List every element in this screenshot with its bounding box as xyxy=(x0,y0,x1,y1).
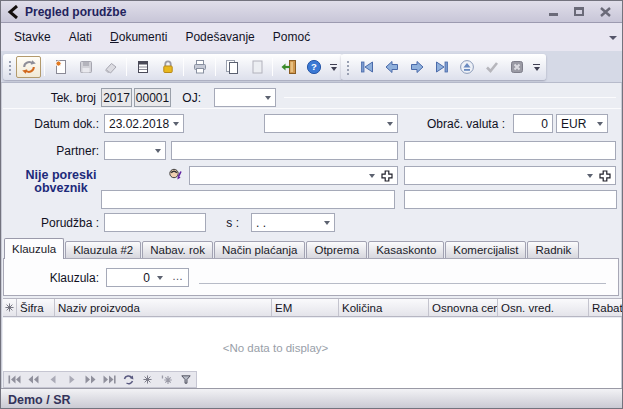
partner-name2-field[interactable] xyxy=(404,141,616,160)
chevron-down-icon[interactable] xyxy=(324,221,330,225)
last-record-button[interactable] xyxy=(429,56,454,78)
maximize-button[interactable] xyxy=(572,6,586,18)
column-header-osnovna-cena[interactable]: Osnovna cena xyxy=(429,299,498,316)
column-header-sifra[interactable]: Šifra xyxy=(17,299,55,316)
grid-append-button[interactable] xyxy=(139,373,156,386)
column-header-osn-vred[interactable]: Osn. vred. xyxy=(498,299,589,316)
eject-record-button[interactable] xyxy=(454,56,479,78)
next-record-button[interactable] xyxy=(404,56,429,78)
tab-klauzula[interactable]: Klauzula xyxy=(4,238,64,259)
partner-code-combobox[interactable] xyxy=(104,141,166,160)
tab-nacin-placanja[interactable]: Način plaćanja xyxy=(214,241,305,259)
toolbar-overflow-button[interactable] xyxy=(532,64,541,71)
menu-item-stavke[interactable]: Stavke xyxy=(5,25,60,49)
toolbar-band: ? xyxy=(1,51,622,83)
chevron-down-icon[interactable] xyxy=(587,174,593,178)
year-field[interactable]: 2017 xyxy=(101,88,132,107)
grid-prev-button[interactable] xyxy=(44,373,61,386)
title-bar[interactable]: Pregled porudžbe xyxy=(1,1,622,23)
column-header-em[interactable]: EM xyxy=(272,299,339,316)
exit-button[interactable] xyxy=(276,56,301,78)
lock-button[interactable] xyxy=(155,56,180,78)
first-record-button[interactable] xyxy=(354,56,379,78)
column-header-naziv[interactable]: Naziv proizvoda xyxy=(55,299,272,316)
tab-kasaskonto[interactable]: Kasaskonto xyxy=(368,241,444,259)
menu-item-pomoc[interactable]: Pomoć xyxy=(264,25,319,49)
chevron-down-icon[interactable] xyxy=(265,96,271,100)
s-date-combobox[interactable]: . . xyxy=(251,213,335,232)
paste-button[interactable] xyxy=(244,56,269,78)
refresh-button[interactable] xyxy=(16,56,41,78)
cancel-button[interactable] xyxy=(504,56,529,78)
minimize-button[interactable] xyxy=(546,6,560,18)
toolbar-overflow-button[interactable] xyxy=(329,64,338,71)
chevron-down-icon[interactable] xyxy=(597,122,603,126)
window-title: Pregled porudžbe xyxy=(25,5,126,19)
grid-last-button[interactable] xyxy=(101,373,118,386)
menu-overflow-button[interactable] xyxy=(609,30,617,44)
grid-refresh-button[interactable] xyxy=(120,373,137,386)
new-document-button[interactable] xyxy=(48,56,73,78)
save-icon xyxy=(78,59,94,75)
tab-nabav-rok[interactable]: Nabav. rok xyxy=(142,241,213,259)
column-header-kolicina[interactable]: Količina xyxy=(339,299,429,316)
tab-komercijalist[interactable]: Komercijalist xyxy=(445,241,526,259)
chevron-down-icon[interactable] xyxy=(369,174,375,178)
grid-next-button[interactable] xyxy=(63,373,80,386)
partner-label: Partner: xyxy=(11,144,99,160)
klauzula-combobox[interactable]: 0 … xyxy=(106,268,189,287)
klauzula-text-underline[interactable] xyxy=(199,283,606,284)
porudzba-field[interactable] xyxy=(104,213,206,232)
maximize-icon xyxy=(574,7,584,16)
contact-person-icon[interactable] xyxy=(168,167,184,186)
previous-record-button[interactable] xyxy=(379,56,404,78)
contact-combobox[interactable] xyxy=(189,166,398,185)
menu-item-podesavanje[interactable]: Podešavanje xyxy=(176,25,263,49)
grid-header: Šifra Naziv proizvoda EM Količina Osnovn… xyxy=(3,298,622,317)
close-icon xyxy=(600,7,611,17)
oj-label: OJ: xyxy=(179,91,201,107)
menu-item-dokumenti[interactable]: Dokumenti xyxy=(101,25,176,49)
grid-filter-button[interactable] xyxy=(177,373,194,386)
valuta-combobox[interactable]: EUR xyxy=(556,114,608,133)
confirm-button[interactable] xyxy=(479,56,504,78)
note1-field[interactable] xyxy=(101,190,395,209)
plus-icon xyxy=(599,170,611,182)
tab-radnik[interactable]: Radnik xyxy=(527,241,579,259)
app-icon xyxy=(7,5,19,19)
datum-combobox[interactable]: 23.02.2018 xyxy=(104,114,184,133)
items-table-button[interactable] xyxy=(130,56,155,78)
chevron-down-icon[interactable] xyxy=(387,122,393,126)
add-reference-button[interactable] xyxy=(599,170,611,185)
oj-combobox[interactable] xyxy=(214,88,276,107)
grid-prev-page-button[interactable] xyxy=(25,373,42,386)
close-button[interactable] xyxy=(598,6,612,18)
copy-button[interactable] xyxy=(219,56,244,78)
chevron-down-icon[interactable] xyxy=(157,276,163,280)
partner-name-field[interactable] xyxy=(171,141,398,160)
tab-otprema[interactable]: Otprema xyxy=(306,241,367,259)
toolbar-grip[interactable] xyxy=(346,59,350,75)
valuta-amount-field[interactable]: 0 xyxy=(513,114,553,133)
tab-klauzula-2[interactable]: Klauzula #2 xyxy=(65,241,141,259)
help-button[interactable]: ? xyxy=(301,56,326,78)
grid-next-page-button[interactable] xyxy=(82,373,99,386)
klauzula-browse-button[interactable]: … xyxy=(172,270,184,282)
add-contact-button[interactable] xyxy=(381,170,393,185)
document-type-combobox[interactable] xyxy=(264,114,398,133)
table-icon xyxy=(135,59,151,75)
menu-item-alati[interactable]: Alati xyxy=(60,25,101,49)
toolbar-grip[interactable] xyxy=(8,59,12,75)
erase-button[interactable] xyxy=(98,56,123,78)
grid-first-button[interactable] xyxy=(6,373,23,386)
chevron-down-icon[interactable] xyxy=(155,149,161,153)
document-number-field[interactable]: 00001 xyxy=(134,88,171,107)
reference-combobox[interactable] xyxy=(404,166,616,185)
print-button[interactable] xyxy=(187,56,212,78)
note2-field[interactable] xyxy=(404,190,617,209)
grid-edit-append-button[interactable] xyxy=(158,373,175,386)
column-header-rabat[interactable]: Rabat xyxy=(589,299,622,316)
menu-bar: Stavke Alati Dokumenti Podešavanje Pomoć xyxy=(1,23,622,51)
chevron-down-icon[interactable] xyxy=(173,122,179,126)
save-button[interactable] xyxy=(73,56,98,78)
